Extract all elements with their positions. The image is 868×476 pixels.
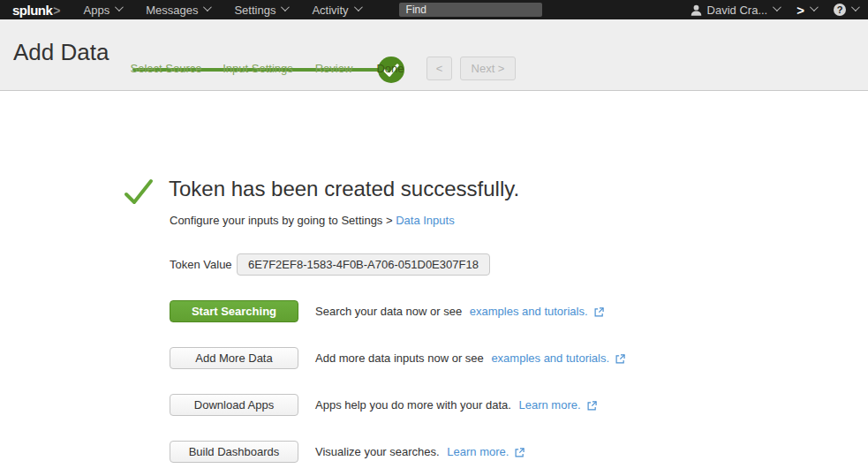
nav-apps[interactable]: Apps <box>84 4 122 17</box>
topbar-right: David Cra... > ? <box>691 3 857 18</box>
prompt-icon: > <box>796 3 804 18</box>
action-row-add-more-data: Add More Data Add more data inputs now o… <box>170 347 868 369</box>
step-input-settings: Input Settings <box>223 62 293 75</box>
chevron-down-icon <box>115 3 124 11</box>
wizard-header: Add Data Select Source Input Settings Re… <box>0 19 868 91</box>
back-button[interactable]: < <box>426 57 452 80</box>
nav-activity-label: Activity <box>312 4 348 17</box>
splunk-logo-text: splunk <box>12 3 52 18</box>
user-name: David Cra... <box>707 4 768 17</box>
action-description: Apps help you do more with your data. Le… <box>315 398 597 412</box>
action-row-start-searching: Start Searching Search your data now or … <box>170 300 868 322</box>
action-description: Add more data inputs now or see examples… <box>315 351 625 365</box>
main-content: Token has been created successfully. Con… <box>0 91 868 463</box>
success-banner: Token has been created successfully. <box>0 91 868 206</box>
page-title: Add Data <box>13 39 109 66</box>
token-row: Token Value 6E7F2EF8-1583-4F0B-A706-051D… <box>170 253 868 276</box>
examples-tutorials-link[interactable]: examples and tutorials. <box>491 351 609 365</box>
splunk-logo[interactable]: splunk > <box>12 3 61 18</box>
external-link-icon <box>515 448 525 457</box>
step-select-source: Select Source <box>131 62 202 75</box>
splunk-logo-caret: > <box>53 4 60 18</box>
user-icon <box>691 4 702 16</box>
action-row-download-apps: Download Apps Apps help you do more with… <box>170 394 868 416</box>
chevron-down-icon <box>354 3 363 11</box>
nav-settings-label: Settings <box>234 4 275 17</box>
action-description: Search your data now or see examples and… <box>315 305 604 318</box>
action-text: Apps help you do more with your data. <box>315 398 514 412</box>
step-done: Done <box>376 62 404 75</box>
nav-messages-label: Messages <box>146 4 198 17</box>
chevron-down-icon <box>203 3 212 11</box>
user-menu[interactable]: David Cra... <box>691 4 780 17</box>
action-description: Visualize your searches. Learn more. <box>315 445 525 458</box>
external-link-icon <box>594 307 604 317</box>
subtitle-text: Configure your inputs by going to Settin… <box>170 214 396 227</box>
nav-settings[interactable]: Settings <box>234 4 287 17</box>
external-link-icon <box>615 354 625 364</box>
token-value-field[interactable]: 6E7F2EF8-1583-4F0B-A706-051D0E307F18 <box>237 253 490 276</box>
build-dashboards-button[interactable]: Build Dashboards <box>170 441 298 463</box>
download-apps-button[interactable]: Download Apps <box>170 394 298 416</box>
help-icon: ? <box>834 4 846 16</box>
chevron-down-icon <box>810 3 819 11</box>
learn-more-link[interactable]: Learn more. <box>518 398 580 412</box>
examples-tutorials-link[interactable]: examples and tutorials. <box>470 305 588 318</box>
token-value-label: Token Value <box>170 258 237 271</box>
learn-more-link[interactable]: Learn more. <box>447 445 509 458</box>
success-check-icon <box>124 178 154 206</box>
nav-messages[interactable]: Messages <box>146 4 209 17</box>
topbar: splunk > Apps Messages Settings Activity… <box>0 0 868 19</box>
add-more-data-button[interactable]: Add More Data <box>170 347 298 369</box>
data-inputs-link[interactable]: Data Inputs <box>396 214 455 227</box>
step-review: Review <box>315 62 353 75</box>
chevron-down-icon <box>773 3 781 11</box>
action-text: Add more data inputs now or see <box>315 351 487 365</box>
chevron-down-icon <box>851 3 860 11</box>
success-title: Token has been created successfully. <box>169 177 519 201</box>
action-row-build-dashboards: Build Dashboards Visualize your searches… <box>170 441 868 463</box>
success-subtitle: Configure your inputs by going to Settin… <box>170 214 868 227</box>
action-text: Search your data now or see <box>315 305 465 318</box>
next-button[interactable]: Next > <box>460 57 516 80</box>
prompt-menu[interactable]: > <box>796 3 816 18</box>
nav-apps-label: Apps <box>84 4 110 17</box>
action-text: Visualize your searches. <box>315 445 442 458</box>
chevron-down-icon <box>281 3 290 11</box>
topbar-nav: Apps Messages Settings Activity <box>84 4 385 17</box>
find-input[interactable] <box>399 3 542 17</box>
external-link-icon <box>587 401 597 411</box>
start-searching-button[interactable]: Start Searching <box>170 300 298 322</box>
nav-activity[interactable]: Activity <box>312 4 359 17</box>
help-menu[interactable]: ? <box>834 4 857 16</box>
